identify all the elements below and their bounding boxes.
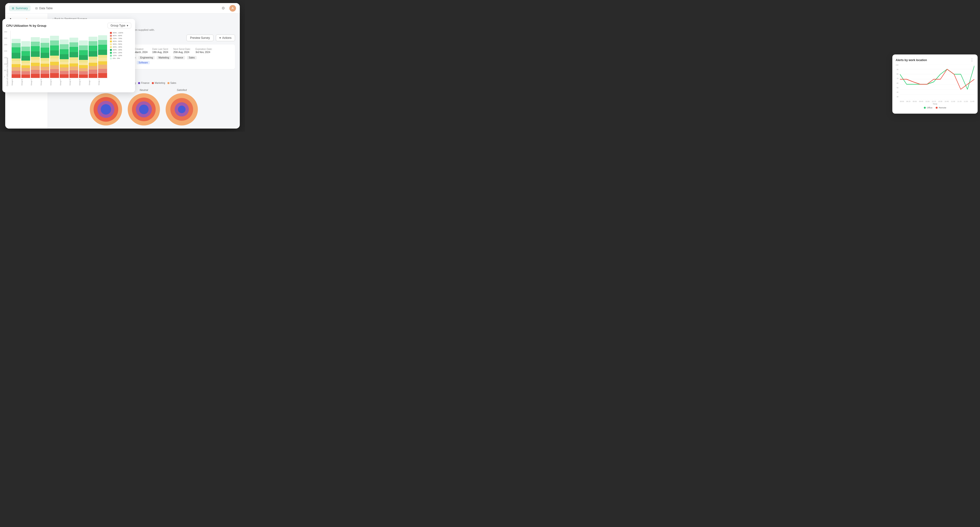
bar-group-c [31, 37, 40, 78]
actions-button[interactable]: ▾ Actions [216, 35, 235, 41]
bar-group-j [98, 35, 107, 78]
bar-chart: 0 50 100 150 200 250 300 350 [10, 31, 108, 78]
settings-icon[interactable]: ⚙ [220, 5, 226, 12]
bar-group-g [69, 38, 78, 78]
scope-engineering: Engineering [138, 56, 155, 59]
stacked-bar-g [69, 38, 78, 78]
legend-0-9: 0% - 9% [110, 57, 131, 59]
cpu-chart-overlay: CPU Utilization % by Group Group Type ▾ … [2, 19, 135, 92]
finance-dot [138, 82, 140, 84]
legend-finance: Finance [138, 82, 150, 84]
svg-point-11 [178, 106, 186, 113]
top-bar: ⊞ Summary ⊟ Data Table ⚙ A [5, 3, 240, 13]
next-send-date: Next Send Date: 25th Aug, 2024 [173, 48, 191, 54]
svg-point-7 [139, 105, 149, 114]
scope-finance: Finance [173, 56, 185, 59]
cpu-chart-title: CPU Utilization % by Group [6, 24, 46, 27]
honeycomb-dissatisfied: Dissatisfied [89, 89, 123, 127]
tab-data-table[interactable]: ⊟ Data Table [32, 5, 56, 11]
honeycomb-dissatisfied-svg [89, 93, 123, 126]
scope-row: Scope: Engineering Marketing Finance Sal… [129, 56, 232, 59]
legend-marketing: Marketing [152, 82, 165, 84]
meta-card: Date Created: 12th March, 2024 Date Last… [126, 44, 235, 69]
meta-dates: Date Created: 12th March, 2024 Date Last… [129, 48, 232, 54]
bar-group-f [60, 40, 69, 78]
actions-chevron-icon: ▾ [220, 36, 221, 40]
bar-group-a [12, 39, 21, 78]
legend-70-79: 70% - 79% [110, 37, 131, 40]
honeycomb-neutral-svg [127, 93, 161, 126]
y-axis: 0 50 100 150 200 250 300 350 [4, 31, 7, 78]
legend-50-59: 50% - 59% [110, 43, 131, 45]
x-labels: Group A Group B Group C Group D Group E … [10, 78, 108, 86]
scope-marketing: Marketing [157, 56, 171, 59]
tag-software: Software [137, 61, 150, 64]
chart-legend: 90% - 100% 80% - 89% 70% - 79% 60% - 69%… [110, 31, 131, 86]
honeycomb-neutral: Neutral [127, 89, 161, 127]
top-bar-right: ⚙ A [220, 5, 236, 12]
tab-summary[interactable]: ⊞ Summary [9, 5, 30, 11]
avatar[interactable]: A [229, 5, 236, 12]
preview-survey-button[interactable]: Preview Survey [186, 35, 213, 41]
tags-row: Tags: Software [129, 61, 232, 64]
bar-chart-container: 0 50 100 150 200 250 300 350 [10, 31, 108, 86]
cpu-chart-header: CPU Utilization % by Group Group Type ▾ [6, 23, 131, 29]
legend-80-89: 80% - 89% [110, 35, 131, 37]
data-table-icon: ⊟ [35, 6, 38, 10]
stacked-bar-d [41, 38, 49, 78]
legend-20-29: 20% - 29% [110, 52, 131, 54]
bar-group-d [41, 38, 49, 78]
stacked-bar-f [60, 40, 69, 78]
stacked-bar-j [98, 35, 107, 78]
chart-area: Count of Utilization Occasions 0 50 100 … [6, 31, 131, 86]
scope-sales: Sales [187, 56, 197, 59]
bar-group-b [21, 41, 30, 78]
sales-dot [167, 82, 169, 84]
legend-60-69: 60% - 69% [110, 40, 131, 42]
honeycomb-satisfied-svg [165, 93, 198, 126]
date-last-sent: Date Last Sent: 18th Aug, 2024 [152, 48, 169, 54]
stacked-bar-e [50, 36, 59, 78]
svg-point-3 [101, 104, 111, 114]
stacked-bar-a [12, 39, 21, 78]
dropdown-chevron-icon: ▾ [127, 24, 128, 27]
expiration-date: Expiration Date: 3rd Nov, 2024 [196, 48, 212, 54]
honeycomb-row: Dissatisfied Neutral [52, 86, 235, 129]
stacked-bar-i [89, 37, 98, 78]
bar-group-h [79, 40, 88, 78]
stacked-bar-h [79, 40, 88, 78]
legend-90-100: 90% - 100% [110, 32, 131, 34]
bar-group-i [89, 37, 98, 78]
bar-group-e [50, 36, 59, 78]
summary-icon: ⊞ [12, 6, 14, 10]
marketing-dot [152, 82, 154, 84]
legend-10-19: 10% - 19% [110, 54, 131, 57]
legend-30-39: 30% - 39% [110, 49, 131, 51]
legend-sales: Sales [167, 82, 176, 84]
group-type-dropdown[interactable]: Group Type ▾ [108, 23, 131, 29]
stacked-bar-c [31, 37, 40, 78]
stacked-bar-b [21, 41, 30, 78]
honeycomb-satisfied: Satisfied [165, 89, 198, 127]
legend-40-49: 40% - 49% [110, 46, 131, 48]
